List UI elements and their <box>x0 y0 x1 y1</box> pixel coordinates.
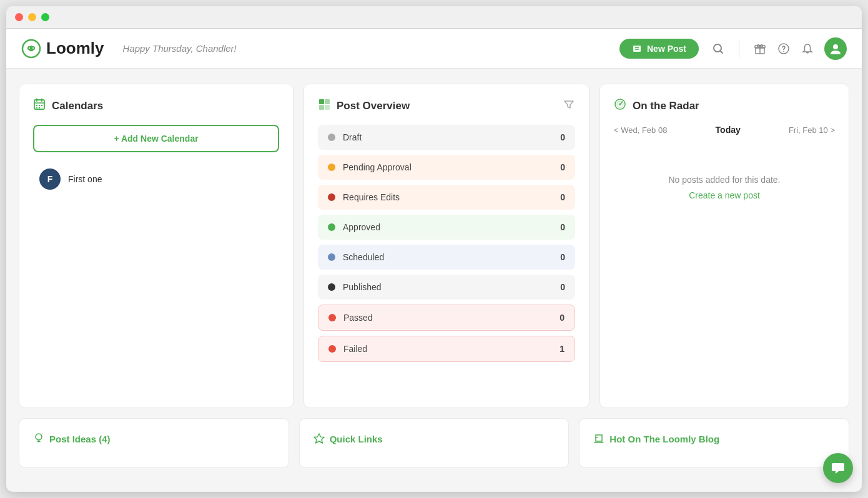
status-dot-pending <box>328 164 335 171</box>
status-row-draft[interactable]: Draft 0 <box>318 125 575 150</box>
status-count-scheduled: 0 <box>560 252 565 262</box>
svg-rect-19 <box>39 105 40 106</box>
status-dot-failed <box>328 345 336 353</box>
status-label-failed: Failed <box>343 344 367 354</box>
gift-icon[interactable] <box>753 42 767 56</box>
svg-point-1 <box>29 47 30 49</box>
post-ideas-icon <box>33 432 44 446</box>
svg-point-31 <box>619 104 621 105</box>
radar-create-link[interactable]: Create a new post <box>689 190 760 200</box>
status-label-pending: Pending Approval <box>343 162 412 172</box>
hot-blog-icon <box>593 432 604 446</box>
new-post-button[interactable]: New Post <box>619 39 699 59</box>
minimize-button[interactable] <box>28 13 36 21</box>
svg-rect-18 <box>36 105 37 106</box>
overview-heading: Post Overview <box>337 100 410 112</box>
top-navigation: Loomly Happy Thursday, Chandler! New Pos… <box>6 29 862 69</box>
status-row-pending[interactable]: Pending Approval 0 <box>318 155 575 180</box>
radar-empty-message: No posts added for this date. <box>614 172 835 188</box>
status-row-approved[interactable]: Approved 0 <box>318 215 575 240</box>
radar-today-label: Today <box>716 125 741 135</box>
radar-card: On the Radar < Wed, Feb 08 Today Fri, Fe… <box>599 84 849 408</box>
close-button[interactable] <box>15 13 23 21</box>
status-label-published: Published <box>343 282 382 292</box>
user-avatar[interactable] <box>824 37 847 60</box>
status-rows: Draft 0 Pending Approval 0 Requires Edit… <box>318 125 575 362</box>
status-label-passed: Passed <box>343 313 373 323</box>
status-left-approved: Approved <box>328 222 380 232</box>
svg-rect-25 <box>325 99 330 104</box>
add-calendar-label: + Add New Calendar <box>114 134 198 144</box>
status-count-approved: 0 <box>560 222 565 232</box>
status-label-scheduled: Scheduled <box>343 252 384 262</box>
overview-icon <box>318 98 330 114</box>
filter-icon[interactable] <box>563 98 575 114</box>
quick-links-icon <box>313 432 325 446</box>
bell-icon[interactable] <box>801 42 814 56</box>
status-count-failed: 1 <box>560 344 565 354</box>
new-post-label: New Post <box>647 44 686 54</box>
title-bar <box>6 6 862 29</box>
status-dot-approved <box>328 223 335 231</box>
post-ideas-title: Post Ideas (4) <box>33 432 275 446</box>
radar-prev-link[interactable]: < Wed, Feb 08 <box>614 125 667 135</box>
logo-text: Loomly <box>46 39 104 58</box>
svg-marker-35 <box>314 434 324 443</box>
status-dot-requires <box>328 193 335 201</box>
calendar-avatar: F <box>39 168 61 190</box>
chat-bubble[interactable] <box>823 453 853 483</box>
radar-next-link[interactable]: Fri, Feb 10 > <box>789 125 835 135</box>
help-icon[interactable] <box>777 42 791 56</box>
hot-blog-label: Hot On The Loomly Blog <box>609 434 719 444</box>
status-count-published: 0 <box>560 282 565 292</box>
status-left-scheduled: Scheduled <box>328 252 384 262</box>
status-dot-published <box>328 283 335 291</box>
svg-rect-23 <box>319 99 324 104</box>
status-dot-scheduled <box>328 253 335 261</box>
status-count-requires: 0 <box>560 192 565 202</box>
hot-blog-title: Hot On The Loomly Blog <box>593 432 835 446</box>
logo-icon <box>21 39 41 59</box>
svg-line-7 <box>721 51 723 53</box>
status-row-published[interactable]: Published 0 <box>318 275 575 300</box>
svg-rect-26 <box>325 105 330 110</box>
status-left-requires: Requires Edits <box>328 192 400 202</box>
chat-icon <box>831 461 846 476</box>
search-icon[interactable] <box>711 42 725 56</box>
post-ideas-label: Post Ideas (4) <box>49 434 111 444</box>
status-dot-draft <box>328 134 335 141</box>
quick-links-label: Quick Links <box>330 434 383 444</box>
nav-icons <box>711 37 847 60</box>
svg-rect-22 <box>39 107 40 109</box>
overview-header: Post Overview <box>318 98 575 114</box>
svg-point-32 <box>36 434 42 440</box>
calendar-item[interactable]: F First one <box>33 161 279 197</box>
svg-rect-3 <box>633 46 641 52</box>
radar-navigation: < Wed, Feb 08 Today Fri, Feb 10 > <box>614 125 835 135</box>
status-count-passed: 0 <box>560 313 565 323</box>
status-label-requires: Requires Edits <box>343 192 400 202</box>
logo[interactable]: Loomly <box>21 39 104 59</box>
status-row-scheduled[interactable]: Scheduled 0 <box>318 245 575 270</box>
nav-divider <box>739 40 739 57</box>
status-left-pending: Pending Approval <box>328 162 412 172</box>
status-count-draft: 0 <box>560 132 565 142</box>
calendars-heading: Calendars <box>52 100 103 112</box>
post-overview-card: Post Overview Draft 0 <box>303 84 589 408</box>
new-post-icon <box>632 44 642 54</box>
status-left-draft: Draft <box>328 132 362 142</box>
status-row-passed[interactable]: Passed 0 <box>318 305 575 331</box>
svg-point-13 <box>833 44 838 49</box>
maximize-button[interactable] <box>41 13 49 21</box>
hot-blog-card: Hot On The Loomly Blog <box>579 418 849 468</box>
status-left-published: Published <box>328 282 382 292</box>
quick-links-card: Quick Links <box>299 418 570 468</box>
radar-heading: On the Radar <box>633 100 699 112</box>
svg-rect-20 <box>41 105 42 106</box>
svg-point-12 <box>783 51 784 52</box>
greeting-text: Happy Thursday, Chandler! <box>122 43 236 54</box>
overview-title: Post Overview <box>318 98 410 114</box>
status-row-requires[interactable]: Requires Edits 0 <box>318 185 575 210</box>
add-calendar-button[interactable]: + Add New Calendar <box>33 125 279 152</box>
status-row-failed[interactable]: Failed 1 <box>318 336 575 362</box>
